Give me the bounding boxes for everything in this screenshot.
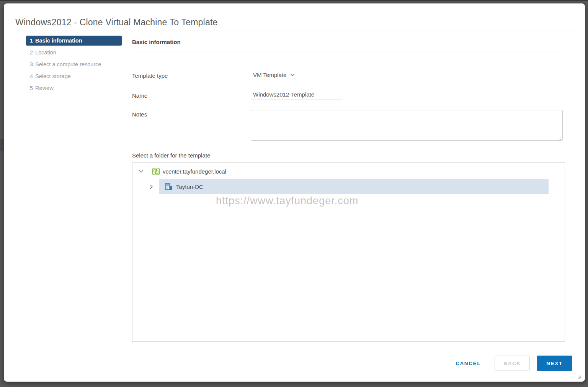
- notes-field-wrap: [251, 110, 563, 142]
- wizard-steps: 1Basic information 2Location 3Select a c…: [26, 36, 126, 95]
- watermark-text: https://www.tayfundeger.com: [216, 195, 358, 207]
- folder-section-label: Select a folder for the template: [132, 152, 565, 159]
- step-review[interactable]: 5Review: [26, 83, 126, 93]
- tree-row-vcenter[interactable]: vcenter.tayfundeger.local: [132, 164, 565, 179]
- chevron-right-icon[interactable]: [148, 184, 154, 190]
- step-select-compute-resource[interactable]: 3Select a compute resource: [26, 59, 126, 69]
- step-number: 1: [30, 38, 33, 44]
- template-type-select[interactable]: VM Template: [251, 71, 308, 81]
- template-type-label: Template type: [132, 71, 251, 79]
- name-label: Name: [132, 91, 251, 99]
- cancel-button[interactable]: CANCEL: [456, 361, 481, 366]
- name-input[interactable]: [251, 91, 343, 100]
- clone-vm-to-template-dialog: Windows2012 - Clone Virtual Machine To T…: [4, 3, 585, 382]
- step-label: Select storage: [35, 73, 71, 79]
- title-divider: [15, 31, 579, 31]
- backdrop-patch: [0, 139, 4, 151]
- basic-information-form: Template type VM Template Name Notes: [132, 71, 565, 142]
- tree-row-datacenter[interactable]: Tayfun-DC: [132, 179, 565, 194]
- tree-node-label[interactable]: vcenter.tayfundeger.local: [163, 168, 226, 175]
- step-select-storage[interactable]: 4Select storage: [26, 71, 126, 81]
- step-label: Basic information: [35, 38, 82, 44]
- notes-row: Notes: [132, 110, 565, 142]
- notes-label: Notes: [132, 110, 251, 118]
- wizard-content: Basic information Template type VM Templ…: [132, 36, 565, 342]
- step-number: 2: [30, 49, 33, 56]
- step-label: Location: [35, 49, 56, 56]
- template-type-row: Template type VM Template: [132, 71, 565, 81]
- step-location[interactable]: 2Location: [26, 48, 126, 57]
- folder-tree-panel: vcenter.tayfundeger.local: [132, 162, 565, 342]
- section-title: Basic information: [132, 36, 565, 51]
- step-label: Select a compute resource: [35, 61, 101, 67]
- dialog-footer: CANCEL BACK NEXT: [456, 356, 572, 371]
- step-basic-information[interactable]: 1Basic information: [26, 36, 122, 46]
- name-row: Name: [132, 91, 565, 100]
- step-number: 4: [30, 73, 33, 79]
- vcenter-icon: [152, 168, 160, 175]
- textarea-resize-grip-icon[interactable]: [557, 135, 562, 139]
- chevron-down-icon: [290, 71, 295, 78]
- datacenter-icon: [165, 183, 173, 190]
- step-number: 5: [30, 85, 33, 91]
- step-number: 3: [30, 61, 33, 67]
- notes-textarea[interactable]: [251, 110, 563, 141]
- step-label: Review: [35, 85, 54, 91]
- next-button[interactable]: NEXT: [537, 356, 572, 371]
- chevron-down-icon[interactable]: [138, 168, 144, 174]
- selected-row-highlight: [159, 179, 549, 194]
- template-type-value: VM Template: [253, 72, 286, 78]
- back-button[interactable]: BACK: [495, 356, 530, 371]
- dialog-title: Windows2012 - Clone Virtual Machine To T…: [15, 17, 217, 28]
- backdrop-top-edge: [0, 0, 588, 1]
- tree-node-label[interactable]: Tayfun-DC: [176, 184, 203, 190]
- dialog-resize-grip-icon[interactable]: [577, 374, 581, 378]
